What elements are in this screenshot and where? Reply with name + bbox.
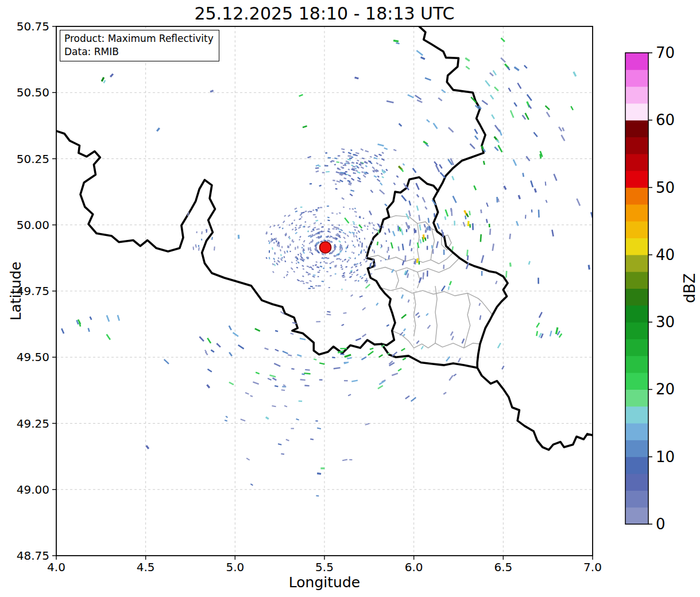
radar-location-marker: [320, 242, 331, 253]
product-line: Product: Maximum Reflectivity: [64, 32, 214, 45]
colorbar-tick-label: 30: [656, 313, 675, 331]
x-tick-label: 6.5: [494, 560, 512, 574]
colorbar-tick-label: 10: [656, 448, 675, 466]
y-tick-label: 49.00: [17, 483, 49, 497]
grid-lines: [56, 26, 593, 556]
radar-figure: 25.12.2025 18:10 - 18:13 UTC 4.04.55.05.…: [0, 0, 700, 597]
y-tick-label: 50.00: [17, 218, 49, 232]
x-tick-label: 4.5: [137, 560, 155, 574]
x-axis-label: Longitude: [56, 574, 593, 591]
colorbar-tick-label: 40: [656, 246, 675, 263]
radar-map-canvas: 4.04.55.05.56.06.57.048.7549.0049.2549.5…: [0, 0, 700, 597]
data-source-line: Data: RMIB: [64, 45, 214, 59]
y-tick-label: 48.75: [17, 549, 49, 563]
y-tick-label: 49.50: [17, 350, 49, 364]
colorbar-label: dBZ: [681, 273, 698, 303]
colorbar-tick-label: 0: [656, 515, 666, 533]
product-info-box: Product: Maximum Reflectivity Data: RMIB: [60, 30, 219, 61]
radar-echoes: [61, 38, 663, 496]
region-borders: [366, 216, 493, 348]
x-tick-label: 5.0: [226, 560, 244, 574]
colorbar: 010203040506070: [625, 44, 675, 533]
axis-ticks: [52, 26, 593, 560]
colorbar-tick-label: 20: [656, 381, 675, 398]
y-tick-label: 50.75: [17, 20, 49, 33]
colorbar-tick-label: 50: [656, 179, 675, 196]
colorbar-tick-label: 60: [656, 111, 675, 129]
x-tick-label: 5.5: [315, 560, 334, 574]
x-tick-label: 6.0: [405, 560, 423, 574]
colorbar-tick-label: 70: [656, 44, 675, 61]
y-tick-label: 49.25: [17, 417, 49, 431]
x-tick-label: 4.0: [47, 560, 65, 574]
x-tick-label: 7.0: [583, 560, 602, 574]
y-tick-label: 50.25: [17, 152, 49, 166]
y-tick-label: 50.50: [17, 86, 49, 99]
y-axis-label: Latitude: [7, 262, 24, 321]
